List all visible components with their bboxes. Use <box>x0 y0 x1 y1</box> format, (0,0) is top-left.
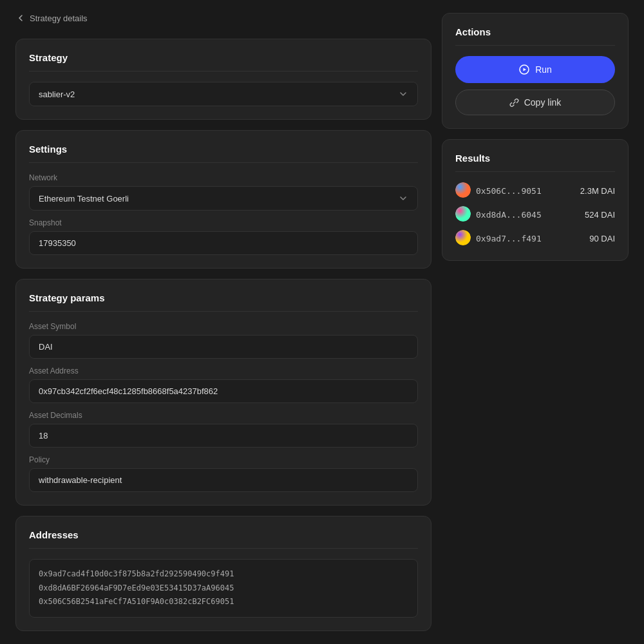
result-left: 0xd8dA...6045 <box>455 206 542 223</box>
asset-symbol-input[interactable]: DAI <box>29 335 418 359</box>
asset-decimals-input[interactable]: 18 <box>29 424 418 448</box>
strategy-title: Strategy <box>29 52 418 71</box>
results-panel: Results 0x506C...9051 2.3M DAI 0xd8dA...… <box>442 139 629 261</box>
params-title: Strategy params <box>29 292 418 312</box>
link-icon <box>509 98 519 108</box>
back-arrow-icon <box>15 13 26 23</box>
address-line-3: 0x506C56B2541aFeCf7A510F9A0c0382cB2FC690… <box>39 595 408 609</box>
results-title: Results <box>455 153 615 172</box>
result-avatar <box>455 230 471 247</box>
svg-point-2 <box>455 206 471 222</box>
actions-panel: Actions Run Copy link <box>442 13 629 129</box>
strategy-card: Strategy sablier-v2 <box>15 39 431 120</box>
run-button[interactable]: Run <box>455 56 615 83</box>
addresses-card: Addresses 0x9ad7cad4f10d0c3f875b8a2fd292… <box>15 516 431 631</box>
svg-point-1 <box>455 182 471 198</box>
asset-symbol-label: Asset Symbol <box>29 322 418 331</box>
result-item: 0x506C...9051 2.3M DAI <box>455 182 615 200</box>
result-avatar <box>455 206 471 223</box>
asset-address-label: Asset Address <box>29 366 418 375</box>
asset-address-input[interactable]: 0x97cb342cf2f6ecf48c1285fb8668f5a4237bf8… <box>29 379 418 403</box>
settings-title: Settings <box>29 144 418 163</box>
network-value: Ethereum Testnet Goerli <box>39 194 129 204</box>
strategy-chevron-icon <box>398 89 408 99</box>
result-avatar <box>455 182 471 200</box>
run-label: Run <box>535 64 552 75</box>
copy-link-button[interactable]: Copy link <box>455 90 615 115</box>
result-item: 0x9ad7...f491 90 DAI <box>455 230 615 247</box>
network-label: Network <box>29 173 418 182</box>
back-link[interactable]: Strategy details <box>15 13 431 26</box>
strategy-select[interactable]: sablier-v2 <box>29 82 418 106</box>
result-left: 0x506C...9051 <box>455 182 542 200</box>
snapshot-label: Snapshot <box>29 218 418 227</box>
params-card: Strategy params Asset Symbol DAI Asset A… <box>15 279 431 506</box>
address-line-2: 0xd8dA6BF26964aF9D7eEd9e03E53415D37aA960… <box>39 582 408 596</box>
play-icon <box>518 64 530 75</box>
addresses-title: Addresses <box>29 529 418 549</box>
network-select[interactable]: Ethereum Testnet Goerli <box>29 186 418 211</box>
result-amount: 2.3M DAI <box>580 186 615 196</box>
settings-card: Settings Network Ethereum Testnet Goerli… <box>15 130 431 269</box>
result-address: 0x506C...9051 <box>476 186 542 196</box>
svg-point-3 <box>455 230 471 245</box>
result-address: 0xd8dA...6045 <box>476 210 542 220</box>
policy-label: Policy <box>29 455 418 464</box>
result-amount: 524 DAI <box>585 210 615 220</box>
snapshot-input[interactable]: 17935350 <box>29 231 418 255</box>
result-left: 0x9ad7...f491 <box>455 230 542 247</box>
results-list: 0x506C...9051 2.3M DAI 0xd8dA...6045 524… <box>455 182 615 247</box>
strategy-select-value: sablier-v2 <box>39 90 75 99</box>
policy-input[interactable]: withdrawable-recipient <box>29 468 418 492</box>
result-item: 0xd8dA...6045 524 DAI <box>455 206 615 223</box>
copy-link-label: Copy link <box>524 97 562 108</box>
address-line-1: 0x9ad7cad4f10d0c3f875b8a2fd292590490c9f4… <box>39 567 408 582</box>
back-label: Strategy details <box>30 14 88 23</box>
addresses-box: 0x9ad7cad4f10d0c3f875b8a2fd292590490c9f4… <box>29 559 418 618</box>
result-amount: 90 DAI <box>589 234 615 243</box>
actions-title: Actions <box>455 26 615 46</box>
result-address: 0x9ad7...f491 <box>476 234 542 243</box>
network-chevron-icon <box>398 193 408 204</box>
asset-decimals-label: Asset Decimals <box>29 411 418 420</box>
